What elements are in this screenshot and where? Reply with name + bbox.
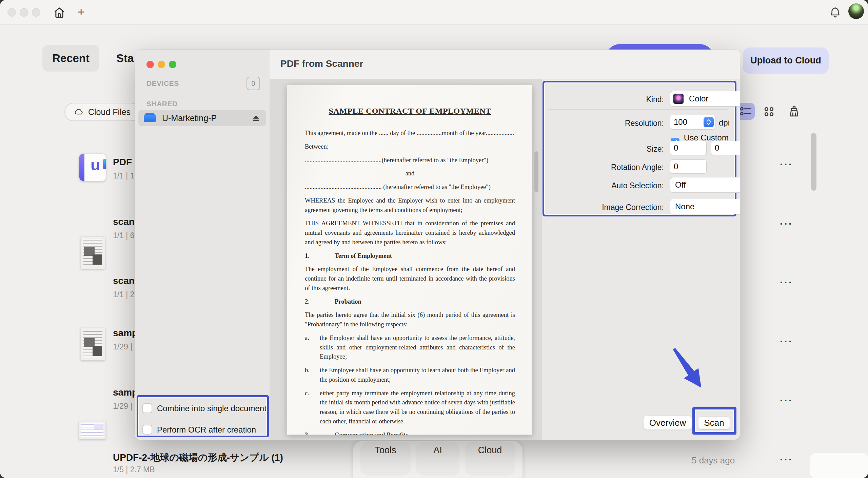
app-window: + Recent Sta Upload to Cloud Cloud Files…	[0, 0, 868, 478]
size-width-field[interactable]	[670, 141, 707, 155]
size-height-field[interactable]	[711, 141, 740, 155]
file-meta: 1/29 |	[113, 402, 132, 411]
new-tab-button[interactable]: +	[77, 5, 85, 19]
resolution-value: 100	[674, 117, 704, 127]
scanned-page: SAMPLE CONTRACT OF EMPLOYMENT This agree…	[287, 85, 532, 435]
divider	[548, 195, 728, 195]
divider	[548, 109, 728, 110]
window-minimize-button[interactable]	[20, 8, 28, 17]
dock-cloud-button[interactable]: Cloud	[465, 442, 515, 476]
auto-selection-dropdown[interactable]: Off	[670, 177, 740, 193]
file-meta: 1/29 |	[113, 342, 132, 351]
dock-ai-button[interactable]: AI	[416, 442, 459, 476]
file-timestamp: 5 days ago	[692, 455, 735, 466]
file-more-button[interactable]: ···	[780, 159, 793, 170]
image-correction-dropdown[interactable]: None	[670, 199, 740, 214]
kind-label: Kind:	[596, 95, 664, 104]
doc-heading: SAMPLE CONTRACT OF EMPLOYMENT	[305, 105, 515, 117]
scan-button[interactable]: Scan	[698, 416, 730, 429]
combine-checkbox[interactable]	[142, 403, 152, 413]
tab-recent[interactable]: Recent	[42, 45, 99, 72]
dialog-close-button[interactable]	[146, 61, 154, 68]
overview-button[interactable]: Overview	[643, 416, 692, 430]
annotation-arrow	[658, 345, 719, 403]
dialog-minimize-button[interactable]	[158, 61, 165, 68]
rotation-angle-field[interactable]	[670, 159, 707, 174]
scanner-sidebar	[135, 50, 270, 440]
file-more-button[interactable]: ···	[780, 218, 793, 230]
file-more-button[interactable]: ···	[780, 454, 793, 465]
scrollbar-thumb[interactable]	[811, 133, 816, 191]
shared-header: SHARED	[146, 100, 178, 108]
auto-selection-value: Off	[675, 180, 740, 190]
grid-view-icon	[762, 105, 776, 118]
file-meta: 1/1 | 2	[113, 290, 135, 299]
broom-icon	[787, 104, 802, 119]
cloud-files-button[interactable]: Cloud Files	[64, 103, 140, 121]
app-toolbar	[0, 0, 868, 25]
combine-option[interactable]: Combine into single document	[142, 403, 267, 413]
chevron-updown-icon[interactable]	[704, 117, 714, 127]
kind-color-thumbnail	[673, 94, 684, 104]
scanner-icon	[144, 114, 156, 122]
scan-preview-pane: SAMPLE CONTRACT OF EMPLOYMENT This agree…	[270, 79, 542, 440]
file-more-button[interactable]: ···	[780, 336, 793, 347]
upload-to-cloud-button[interactable]: Upload to Cloud	[743, 47, 829, 74]
image-correction-value: None	[675, 202, 740, 211]
size-width-input[interactable]	[670, 141, 706, 155]
kind-value: Color	[689, 94, 740, 103]
devices-header: DEVICES	[146, 79, 179, 88]
resolution-unit: dpi	[719, 118, 730, 128]
auto-selection-label: Auto Selection:	[596, 181, 664, 190]
ocr-label: Perform OCR after creation	[157, 425, 256, 435]
cloud-icon	[74, 107, 84, 117]
file-thumbnail[interactable]	[79, 421, 106, 439]
kind-dropdown[interactable]: Color	[670, 91, 740, 107]
tab-starred[interactable]: Sta	[116, 52, 134, 65]
grid-view-button[interactable]	[761, 103, 777, 120]
file-name[interactable]: UPDF-2-地球の磁場の形成-サンプル (1)	[113, 451, 283, 464]
devices-count-badge: 0	[246, 77, 260, 90]
window-close-button[interactable]	[7, 8, 16, 17]
file-name[interactable]: samp	[113, 387, 138, 398]
resolution-label: Resolution:	[596, 119, 664, 128]
size-label: Size:	[596, 145, 664, 154]
bell-icon	[828, 6, 842, 19]
notifications-button[interactable]	[827, 5, 843, 20]
scanned-document-text: SAMPLE CONTRACT OF EMPLOYMENT This agree…	[305, 105, 515, 435]
file-thumbnail[interactable]	[81, 328, 105, 360]
file-name[interactable]: samp	[113, 328, 138, 339]
rotation-angle-input[interactable]	[670, 160, 706, 173]
file-thumbnail[interactable]	[81, 236, 105, 269]
ocr-checkbox[interactable]	[142, 425, 152, 435]
list-view-icon	[740, 105, 753, 117]
file-meta: 1/1 | 1	[113, 171, 135, 180]
size-height-input[interactable]	[711, 141, 740, 155]
bottom-dock: Tools AI Cloud	[353, 440, 523, 478]
avatar[interactable]	[848, 3, 864, 19]
file-meta: 1/1 | 6	[113, 231, 135, 240]
file-thumbnail[interactable]: u	[79, 153, 106, 181]
bottom-right-card	[810, 453, 868, 478]
file-meta: 1/5 | 2.7 MB	[113, 465, 155, 474]
resolution-field[interactable]: 100	[670, 115, 715, 130]
image-correction-label: Image Correction:	[552, 203, 664, 212]
preview-scrollbar-thumb[interactable]	[534, 151, 538, 192]
pdf-from-scanner-dialog: PDF from Scanner DEVICES 0 SHARED U-Mark…	[135, 50, 740, 440]
dialog-zoom-button[interactable]	[169, 61, 176, 68]
dialog-title: PDF from Scanner	[280, 58, 363, 69]
home-icon	[52, 5, 66, 20]
file-more-button[interactable]: ···	[780, 277, 793, 288]
clean-up-button[interactable]	[785, 103, 803, 120]
dock-tools-button[interactable]: Tools	[360, 442, 411, 476]
eject-icon[interactable]	[251, 113, 261, 123]
rotation-angle-label: Rotation Angle:	[596, 163, 664, 172]
cloud-files-label: Cloud Files	[88, 107, 131, 117]
file-more-button[interactable]: ···	[780, 395, 793, 406]
sidebar-item-scanner[interactable]: U-Marketing-P	[138, 110, 266, 126]
ocr-option[interactable]: Perform OCR after creation	[142, 425, 256, 435]
home-button[interactable]	[51, 4, 68, 21]
window-zoom-button[interactable]	[32, 8, 40, 17]
scanner-name: U-Marketing-P	[162, 113, 245, 123]
combine-label: Combine into single document	[157, 404, 267, 413]
